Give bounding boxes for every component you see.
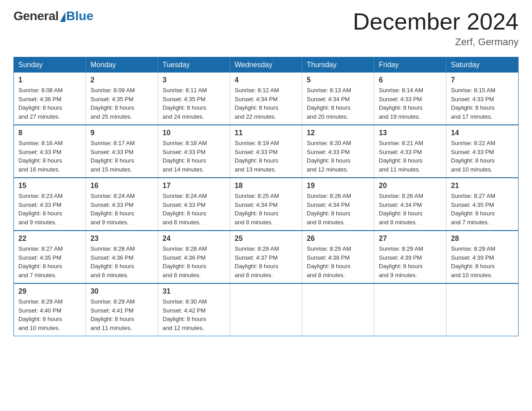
day-number: 10 bbox=[163, 129, 225, 137]
day-cell: 2 Sunrise: 8:09 AM Sunset: 4:35 PM Dayli… bbox=[86, 73, 158, 125]
day-number: 13 bbox=[379, 129, 442, 137]
day-cell: 21 Sunrise: 8:27 AM Sunset: 4:35 PM Dayl… bbox=[446, 178, 519, 231]
day-info: Sunrise: 8:22 AM Sunset: 4:33 PM Dayligh… bbox=[451, 139, 514, 174]
day-info: Sunrise: 8:26 AM Sunset: 4:34 PM Dayligh… bbox=[379, 192, 442, 227]
day-number: 2 bbox=[90, 76, 153, 84]
day-number: 28 bbox=[451, 235, 514, 243]
col-saturday: Saturday bbox=[446, 57, 519, 73]
day-cell: 28 Sunrise: 8:29 AM Sunset: 4:39 PM Dayl… bbox=[446, 231, 519, 283]
day-cell: 3 Sunrise: 8:11 AM Sunset: 4:35 PM Dayli… bbox=[158, 73, 230, 125]
day-cell: 8 Sunrise: 8:16 AM Sunset: 4:33 PM Dayli… bbox=[14, 125, 86, 178]
day-number: 9 bbox=[90, 129, 153, 137]
col-monday: Monday bbox=[86, 57, 158, 73]
day-info: Sunrise: 8:18 AM Sunset: 4:33 PM Dayligh… bbox=[163, 139, 225, 174]
day-cell: 1 Sunrise: 8:08 AM Sunset: 4:36 PM Dayli… bbox=[14, 73, 86, 125]
day-cell: 11 Sunrise: 8:19 AM Sunset: 4:33 PM Dayl… bbox=[230, 125, 302, 178]
day-cell: 9 Sunrise: 8:17 AM Sunset: 4:33 PM Dayli… bbox=[86, 125, 158, 178]
day-number: 8 bbox=[18, 129, 81, 137]
month-title: December 2024 bbox=[353, 9, 519, 34]
day-cell: 19 Sunrise: 8:26 AM Sunset: 4:34 PM Dayl… bbox=[302, 178, 374, 231]
logo: General Blue bbox=[13, 9, 93, 23]
day-info: Sunrise: 8:29 AM Sunset: 4:38 PM Dayligh… bbox=[307, 244, 369, 279]
day-number: 6 bbox=[379, 76, 442, 84]
day-info: Sunrise: 8:09 AM Sunset: 4:35 PM Dayligh… bbox=[90, 86, 153, 121]
day-info: Sunrise: 8:24 AM Sunset: 4:33 PM Dayligh… bbox=[163, 192, 225, 227]
day-cell: 5 Sunrise: 8:13 AM Sunset: 4:34 PM Dayli… bbox=[302, 73, 374, 125]
col-wednesday: Wednesday bbox=[230, 57, 302, 73]
day-number: 30 bbox=[90, 287, 153, 295]
day-number: 18 bbox=[235, 182, 297, 190]
day-number: 26 bbox=[307, 235, 369, 243]
title-section: December 2024 Zerf, Germany bbox=[353, 9, 519, 48]
day-cell: 20 Sunrise: 8:26 AM Sunset: 4:34 PM Dayl… bbox=[374, 178, 446, 231]
day-info: Sunrise: 8:29 AM Sunset: 4:39 PM Dayligh… bbox=[451, 244, 514, 279]
day-cell: 18 Sunrise: 8:25 AM Sunset: 4:34 PM Dayl… bbox=[230, 178, 302, 231]
day-info: Sunrise: 8:15 AM Sunset: 4:33 PM Dayligh… bbox=[451, 86, 514, 121]
week-row-2: 8 Sunrise: 8:16 AM Sunset: 4:33 PM Dayli… bbox=[14, 125, 519, 178]
day-info: Sunrise: 8:29 AM Sunset: 4:41 PM Dayligh… bbox=[90, 297, 153, 332]
calendar-table: Sunday Monday Tuesday Wednesday Thursday… bbox=[13, 57, 519, 336]
day-number: 20 bbox=[379, 182, 442, 190]
day-info: Sunrise: 8:29 AM Sunset: 4:37 PM Dayligh… bbox=[235, 244, 297, 279]
day-number: 31 bbox=[163, 287, 225, 295]
day-info: Sunrise: 8:21 AM Sunset: 4:33 PM Dayligh… bbox=[379, 139, 442, 174]
day-info: Sunrise: 8:19 AM Sunset: 4:33 PM Dayligh… bbox=[235, 139, 297, 174]
day-info: Sunrise: 8:28 AM Sunset: 4:36 PM Dayligh… bbox=[163, 244, 225, 279]
day-info: Sunrise: 8:11 AM Sunset: 4:35 PM Dayligh… bbox=[163, 86, 225, 121]
day-cell: 14 Sunrise: 8:22 AM Sunset: 4:33 PM Dayl… bbox=[446, 125, 519, 178]
col-thursday: Thursday bbox=[302, 57, 374, 73]
day-number: 16 bbox=[90, 182, 153, 190]
week-row-4: 22 Sunrise: 8:27 AM Sunset: 4:35 PM Dayl… bbox=[14, 231, 519, 283]
header-row: Sunday Monday Tuesday Wednesday Thursday… bbox=[14, 57, 519, 73]
day-number: 14 bbox=[451, 129, 514, 137]
day-cell bbox=[374, 283, 446, 336]
day-number: 21 bbox=[451, 182, 514, 190]
day-info: Sunrise: 8:26 AM Sunset: 4:34 PM Dayligh… bbox=[307, 192, 369, 227]
day-cell: 17 Sunrise: 8:24 AM Sunset: 4:33 PM Dayl… bbox=[158, 178, 230, 231]
logo-triangle-icon bbox=[60, 12, 65, 22]
day-info: Sunrise: 8:29 AM Sunset: 4:40 PM Dayligh… bbox=[18, 297, 81, 332]
day-number: 5 bbox=[307, 76, 369, 84]
day-number: 17 bbox=[163, 182, 225, 190]
day-info: Sunrise: 8:12 AM Sunset: 4:34 PM Dayligh… bbox=[235, 86, 297, 121]
week-row-1: 1 Sunrise: 8:08 AM Sunset: 4:36 PM Dayli… bbox=[14, 73, 519, 125]
day-number: 24 bbox=[163, 235, 225, 243]
day-cell: 16 Sunrise: 8:24 AM Sunset: 4:33 PM Dayl… bbox=[86, 178, 158, 231]
day-info: Sunrise: 8:27 AM Sunset: 4:35 PM Dayligh… bbox=[18, 244, 81, 279]
day-cell bbox=[446, 283, 519, 336]
day-info: Sunrise: 8:20 AM Sunset: 4:33 PM Dayligh… bbox=[307, 139, 369, 174]
col-sunday: Sunday bbox=[14, 57, 86, 73]
day-cell: 10 Sunrise: 8:18 AM Sunset: 4:33 PM Dayl… bbox=[158, 125, 230, 178]
day-info: Sunrise: 8:30 AM Sunset: 4:42 PM Dayligh… bbox=[163, 297, 225, 332]
logo-blue-text: Blue bbox=[66, 9, 94, 23]
location-text: Zerf, Germany bbox=[353, 36, 519, 48]
day-info: Sunrise: 8:17 AM Sunset: 4:33 PM Dayligh… bbox=[90, 139, 153, 174]
day-info: Sunrise: 8:27 AM Sunset: 4:35 PM Dayligh… bbox=[451, 192, 514, 227]
day-number: 19 bbox=[307, 182, 369, 190]
day-cell: 7 Sunrise: 8:15 AM Sunset: 4:33 PM Dayli… bbox=[446, 73, 519, 125]
calendar-body: 1 Sunrise: 8:08 AM Sunset: 4:36 PM Dayli… bbox=[14, 73, 519, 336]
day-cell: 30 Sunrise: 8:29 AM Sunset: 4:41 PM Dayl… bbox=[86, 283, 158, 336]
day-cell bbox=[302, 283, 374, 336]
day-info: Sunrise: 8:14 AM Sunset: 4:33 PM Dayligh… bbox=[379, 86, 442, 121]
day-cell: 15 Sunrise: 8:23 AM Sunset: 4:33 PM Dayl… bbox=[14, 178, 86, 231]
day-cell: 23 Sunrise: 8:28 AM Sunset: 4:36 PM Dayl… bbox=[86, 231, 158, 283]
day-info: Sunrise: 8:25 AM Sunset: 4:34 PM Dayligh… bbox=[235, 192, 297, 227]
day-number: 29 bbox=[18, 287, 81, 295]
col-tuesday: Tuesday bbox=[158, 57, 230, 73]
day-cell: 26 Sunrise: 8:29 AM Sunset: 4:38 PM Dayl… bbox=[302, 231, 374, 283]
day-number: 15 bbox=[18, 182, 81, 190]
day-number: 7 bbox=[451, 76, 514, 84]
col-friday: Friday bbox=[374, 57, 446, 73]
day-number: 12 bbox=[307, 129, 369, 137]
day-cell: 24 Sunrise: 8:28 AM Sunset: 4:36 PM Dayl… bbox=[158, 231, 230, 283]
day-cell: 22 Sunrise: 8:27 AM Sunset: 4:35 PM Dayl… bbox=[14, 231, 86, 283]
day-cell: 27 Sunrise: 8:29 AM Sunset: 4:39 PM Dayl… bbox=[374, 231, 446, 283]
day-number: 23 bbox=[90, 235, 153, 243]
day-cell: 12 Sunrise: 8:20 AM Sunset: 4:33 PM Dayl… bbox=[302, 125, 374, 178]
logo-top: General Blue bbox=[13, 9, 93, 23]
day-number: 1 bbox=[18, 76, 81, 84]
week-row-5: 29 Sunrise: 8:29 AM Sunset: 4:40 PM Dayl… bbox=[14, 283, 519, 336]
day-number: 27 bbox=[379, 235, 442, 243]
page-header: General Blue December 2024 Zerf, Germany bbox=[13, 9, 519, 48]
